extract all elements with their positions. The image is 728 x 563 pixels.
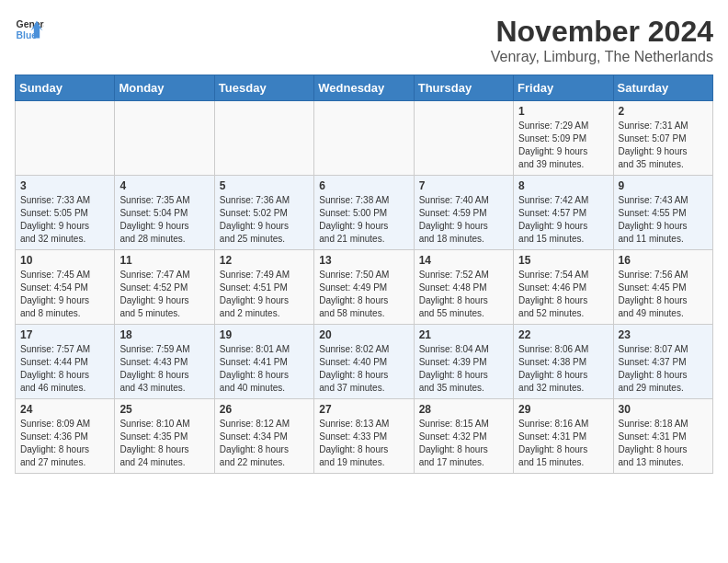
day-info: Sunrise: 8:18 AM Sunset: 4:31 PM Dayligh… xyxy=(619,418,708,469)
day-number: 5 xyxy=(220,179,309,192)
day-info: Sunrise: 7:43 AM Sunset: 4:55 PM Dayligh… xyxy=(619,194,708,246)
day-info: Sunrise: 8:09 AM Sunset: 4:36 PM Dayligh… xyxy=(20,418,109,469)
day-info: Sunrise: 7:52 AM Sunset: 4:48 PM Dayligh… xyxy=(419,269,508,320)
calendar-cell xyxy=(115,101,214,176)
calendar-cell xyxy=(414,101,513,176)
day-number: 26 xyxy=(220,403,309,416)
calendar-cell: 6Sunrise: 7:38 AM Sunset: 5:00 PM Daylig… xyxy=(314,176,414,250)
day-number: 22 xyxy=(518,328,608,341)
page-subtitle: Venray, Limburg, The Netherlands xyxy=(491,49,713,65)
calendar-cell xyxy=(314,101,414,176)
day-number: 29 xyxy=(518,403,608,416)
calendar-cell: 12Sunrise: 7:49 AM Sunset: 4:51 PM Dayli… xyxy=(214,250,313,325)
day-number: 6 xyxy=(319,179,408,192)
calendar-table: SundayMondayTuesdayWednesdayThursdayFrid… xyxy=(15,75,713,474)
header-friday: Friday xyxy=(514,75,613,101)
calendar-cell: 26Sunrise: 8:12 AM Sunset: 4:34 PM Dayli… xyxy=(214,399,313,474)
svg-text:General: General xyxy=(17,19,44,29)
calendar-cell: 28Sunrise: 8:15 AM Sunset: 4:32 PM Dayli… xyxy=(414,399,513,474)
day-info: Sunrise: 7:47 AM Sunset: 4:52 PM Dayligh… xyxy=(119,269,209,320)
day-number: 28 xyxy=(419,403,508,416)
header-thursday: Thursday xyxy=(414,75,513,101)
day-info: Sunrise: 7:59 AM Sunset: 4:43 PM Dayligh… xyxy=(119,343,209,395)
calendar-cell: 14Sunrise: 7:52 AM Sunset: 4:48 PM Dayli… xyxy=(414,250,513,325)
day-info: Sunrise: 7:31 AM Sunset: 5:07 PM Dayligh… xyxy=(619,120,708,171)
calendar-cell: 8Sunrise: 7:42 AM Sunset: 4:57 PM Daylig… xyxy=(514,176,613,250)
title-area: November 2024 Venray, Limburg, The Nethe… xyxy=(491,15,713,65)
header-tuesday: Tuesday xyxy=(214,75,313,101)
day-number: 3 xyxy=(20,179,109,192)
day-info: Sunrise: 7:36 AM Sunset: 5:02 PM Dayligh… xyxy=(220,194,309,246)
day-info: Sunrise: 8:04 AM Sunset: 4:39 PM Dayligh… xyxy=(419,343,508,395)
day-number: 4 xyxy=(119,179,209,192)
day-number: 9 xyxy=(619,179,708,192)
day-info: Sunrise: 8:16 AM Sunset: 4:31 PM Dayligh… xyxy=(518,418,608,469)
calendar-cell: 25Sunrise: 8:10 AM Sunset: 4:35 PM Dayli… xyxy=(115,399,214,474)
calendar-week-2: 3Sunrise: 7:33 AM Sunset: 5:05 PM Daylig… xyxy=(16,176,713,250)
day-number: 27 xyxy=(319,403,408,416)
day-info: Sunrise: 7:56 AM Sunset: 4:45 PM Dayligh… xyxy=(619,269,708,320)
day-info: Sunrise: 8:10 AM Sunset: 4:35 PM Dayligh… xyxy=(119,418,209,469)
calendar-cell: 17Sunrise: 7:57 AM Sunset: 4:44 PM Dayli… xyxy=(16,325,115,399)
day-number: 8 xyxy=(518,179,608,192)
page-title: November 2024 xyxy=(491,15,713,49)
day-info: Sunrise: 7:54 AM Sunset: 4:46 PM Dayligh… xyxy=(518,269,608,320)
calendar-cell: 9Sunrise: 7:43 AM Sunset: 4:55 PM Daylig… xyxy=(613,176,712,250)
day-number: 19 xyxy=(220,328,309,341)
calendar-week-1: 1Sunrise: 7:29 AM Sunset: 5:09 PM Daylig… xyxy=(16,101,713,176)
calendar-cell: 11Sunrise: 7:47 AM Sunset: 4:52 PM Dayli… xyxy=(115,250,214,325)
day-info: Sunrise: 8:15 AM Sunset: 4:32 PM Dayligh… xyxy=(419,418,508,469)
calendar-cell: 15Sunrise: 7:54 AM Sunset: 4:46 PM Dayli… xyxy=(514,250,613,325)
day-info: Sunrise: 7:38 AM Sunset: 5:00 PM Dayligh… xyxy=(319,194,408,246)
calendar-cell: 21Sunrise: 8:04 AM Sunset: 4:39 PM Dayli… xyxy=(414,325,513,399)
logo-icon: General Blue xyxy=(15,15,44,44)
day-info: Sunrise: 7:29 AM Sunset: 5:09 PM Dayligh… xyxy=(518,120,608,171)
calendar-cell: 27Sunrise: 8:13 AM Sunset: 4:33 PM Dayli… xyxy=(314,399,414,474)
day-number: 21 xyxy=(419,328,508,341)
day-info: Sunrise: 7:57 AM Sunset: 4:44 PM Dayligh… xyxy=(20,343,109,395)
calendar-week-5: 24Sunrise: 8:09 AM Sunset: 4:36 PM Dayli… xyxy=(16,399,713,474)
calendar-cell: 23Sunrise: 8:07 AM Sunset: 4:37 PM Dayli… xyxy=(613,325,712,399)
day-number: 24 xyxy=(20,403,109,416)
calendar-cell: 10Sunrise: 7:45 AM Sunset: 4:54 PM Dayli… xyxy=(16,250,115,325)
day-number: 10 xyxy=(20,254,109,267)
day-info: Sunrise: 7:42 AM Sunset: 4:57 PM Dayligh… xyxy=(518,194,608,246)
header-monday: Monday xyxy=(115,75,214,101)
logo: General Blue xyxy=(15,15,44,44)
calendar-cell: 2Sunrise: 7:31 AM Sunset: 5:07 PM Daylig… xyxy=(613,101,712,176)
day-info: Sunrise: 7:50 AM Sunset: 4:49 PM Dayligh… xyxy=(319,269,408,320)
calendar-cell xyxy=(214,101,313,176)
day-number: 7 xyxy=(419,179,508,192)
header-sunday: Sunday xyxy=(16,75,115,101)
day-number: 1 xyxy=(518,105,608,118)
calendar-cell: 22Sunrise: 8:06 AM Sunset: 4:38 PM Dayli… xyxy=(514,325,613,399)
day-number: 20 xyxy=(319,328,408,341)
calendar-cell: 1Sunrise: 7:29 AM Sunset: 5:09 PM Daylig… xyxy=(514,101,613,176)
day-info: Sunrise: 8:07 AM Sunset: 4:37 PM Dayligh… xyxy=(619,343,708,395)
day-info: Sunrise: 7:40 AM Sunset: 4:59 PM Dayligh… xyxy=(419,194,508,246)
header-wednesday: Wednesday xyxy=(314,75,414,101)
day-number: 18 xyxy=(119,328,209,341)
calendar-week-4: 17Sunrise: 7:57 AM Sunset: 4:44 PM Dayli… xyxy=(16,325,713,399)
calendar-cell: 30Sunrise: 8:18 AM Sunset: 4:31 PM Dayli… xyxy=(613,399,712,474)
day-info: Sunrise: 7:45 AM Sunset: 4:54 PM Dayligh… xyxy=(20,269,109,320)
calendar-cell: 13Sunrise: 7:50 AM Sunset: 4:49 PM Dayli… xyxy=(314,250,414,325)
day-info: Sunrise: 8:12 AM Sunset: 4:34 PM Dayligh… xyxy=(220,418,309,469)
day-info: Sunrise: 7:33 AM Sunset: 5:05 PM Dayligh… xyxy=(20,194,109,246)
calendar-cell: 5Sunrise: 7:36 AM Sunset: 5:02 PM Daylig… xyxy=(214,176,313,250)
calendar-cell: 24Sunrise: 8:09 AM Sunset: 4:36 PM Dayli… xyxy=(16,399,115,474)
day-number: 14 xyxy=(419,254,508,267)
day-number: 11 xyxy=(119,254,209,267)
calendar-cell: 18Sunrise: 7:59 AM Sunset: 4:43 PM Dayli… xyxy=(115,325,214,399)
day-info: Sunrise: 8:06 AM Sunset: 4:38 PM Dayligh… xyxy=(518,343,608,395)
calendar-cell: 16Sunrise: 7:56 AM Sunset: 4:45 PM Dayli… xyxy=(613,250,712,325)
calendar-cell xyxy=(16,101,115,176)
calendar-header-row: SundayMondayTuesdayWednesdayThursdayFrid… xyxy=(16,75,713,101)
header-saturday: Saturday xyxy=(613,75,712,101)
day-number: 23 xyxy=(619,328,708,341)
day-info: Sunrise: 8:13 AM Sunset: 4:33 PM Dayligh… xyxy=(319,418,408,469)
day-number: 17 xyxy=(20,328,109,341)
calendar-cell: 29Sunrise: 8:16 AM Sunset: 4:31 PM Dayli… xyxy=(514,399,613,474)
day-info: Sunrise: 8:01 AM Sunset: 4:41 PM Dayligh… xyxy=(220,343,309,395)
day-number: 2 xyxy=(619,105,708,118)
